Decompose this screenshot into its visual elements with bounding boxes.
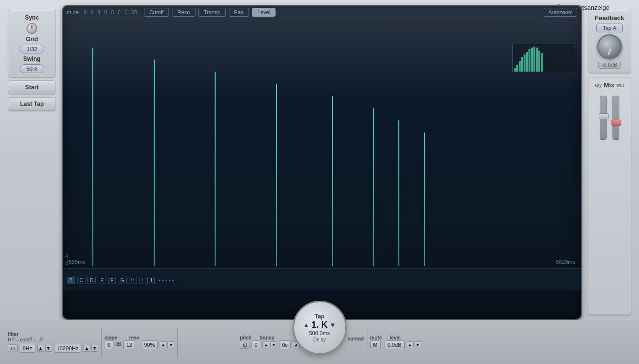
mute-level-col: mute level M 0.0dB ▲ ▼ [370,335,421,349]
tap-label-d[interactable]: D [87,277,96,284]
tab-cutoff[interactable]: Cutoff [144,8,169,17]
timestamp-left: 599ms [69,259,85,265]
wet-slider-thumb[interactable] [611,120,621,126]
tap-line-i[interactable] [424,132,425,266]
autozoom-button[interactable]: Autozoom [544,8,577,17]
tap-label-b[interactable]: B [67,277,75,284]
tap-line-c[interactable] [154,59,155,266]
slope-db-unit: dB [115,341,121,347]
delay-label: Delay [313,337,326,342]
left-panel: Sync Grid 1/32 Swing 50% Start Last Tap [5,5,59,320]
wet-slider-track [612,96,619,140]
feedback-section: Feedback Tap A -6.0dB [588,10,631,73]
tab-pan[interactable]: Pan [229,8,250,17]
lp-stepper: ▲ ▼ [83,345,98,352]
grid-value-button[interactable]: 1/32 [20,45,44,53]
mix-label-row: dry Mix wet [592,81,627,89]
level-up[interactable]: ▲ [407,341,414,348]
filter-power-button[interactable]: ⏻ [8,344,18,352]
mute-m-button[interactable]: M [370,340,381,349]
tap-circle-value: 1. K [311,320,328,330]
level-down[interactable]: ▼ [415,341,421,348]
plugin-area: Sync Grid 1/32 Swing 50% Start Last Tap … [0,0,639,320]
pitch-down[interactable]: ▼ [270,341,277,348]
tab-transp[interactable]: Transp [198,8,226,17]
pitch-header: pitch [240,335,251,340]
tap-line-d[interactable] [215,72,216,266]
tap-lines [67,23,577,266]
reso-up[interactable]: ▲ [160,341,167,348]
slope-val: 12 [123,340,135,349]
pitch-up[interactable]: ▲ [262,341,269,348]
tap-label-c[interactable]: C [77,277,85,284]
tap-label-i[interactable]: I [139,277,145,284]
time-sig: 4 4 [65,253,68,267]
tap-circle[interactable]: Tap ▲ 1. K ▼ 500.0ms Delay [293,301,347,355]
tap-line-g[interactable] [373,108,374,266]
tap-a-button[interactable]: Tap A [596,24,623,32]
tap-label-j[interactable]: J [147,277,155,284]
slope-col: slope reso 6 dB 12 90% ▲ ▼ [105,335,175,349]
sliders-row [600,91,619,140]
tab-level[interactable]: Level [252,8,276,17]
tap-arrow-up[interactable]: ▲ [303,321,309,329]
filter-col: filter HP – cutoff – LP ⏻ 0Hz ▲ ▼ 10200H… [8,332,98,353]
time-sig-bottom: 4 [65,260,68,267]
mute-level-controls: M 0.0dB ▲ ▼ [370,340,421,349]
sync-knob[interactable] [27,23,37,34]
time-sig-top: 4 [65,252,68,260]
mute-header: mute [370,335,382,340]
tab-reso[interactable]: Reso [172,8,195,17]
hp-up[interactable]: ▲ [37,345,44,352]
tap-label-e[interactable]: E [98,277,106,284]
pitch-power-button[interactable]: ⏻ [240,341,250,349]
mute-level-header-row: mute level [370,335,421,340]
filter-hp-lp: HP – cutoff – LP [8,337,98,342]
dry-slider-thumb[interactable] [599,113,609,119]
reso-down[interactable]: ▼ [167,341,174,348]
timestamp-right: 5629ms [556,259,575,265]
tap-line-b[interactable] [92,48,93,266]
main-container: Übersichtsanzeige Sync Grid 1/32 Swing 5… [0,0,639,364]
tap-label-f[interactable]: F [108,277,116,284]
swing-value-button[interactable]: 50% [20,64,44,73]
reso-stepper: ▲ ▼ [160,341,174,348]
main-display: mute 0 0 0 0 0 0 0 00 Cutoff Reso Transp… [62,5,582,320]
slope-controls: 6 dB 12 90% ▲ ▼ [105,340,175,349]
tap-label-g[interactable]: G [118,277,127,284]
mute-indicators: 0 0 0 0 0 0 0 00 [83,10,137,15]
level-header: level [389,335,400,340]
filter-controls: ⏻ 0Hz ▲ ▼ 10200Hz ▲ ▼ [8,344,98,353]
dry-slider-track [600,96,607,140]
swing-label: Swing [23,55,40,62]
mix-dry-label: dry [595,82,602,88]
pitch-val: 0 [251,340,260,349]
tap-line-h[interactable] [398,120,399,266]
transp-header: transp [259,335,275,340]
start-button[interactable]: Start [8,80,56,94]
lp-down[interactable]: ▼ [91,345,98,352]
lp-up[interactable]: ▲ [83,345,90,352]
tap-labels-row: 4 4 B C D E F G H I J • • • • • [63,268,581,290]
right-panel: Feedback Tap A -6.0dB dry Mix wet [585,5,634,320]
hp-value: 0Hz [20,344,35,353]
transp-val: 0c [279,340,291,349]
tap-label-h[interactable]: H [129,277,137,284]
level-val: 0.0dB [385,340,405,349]
slope-header: slope [105,335,117,340]
hp-down[interactable]: ▼ [45,345,52,352]
tap-circle-label: Tap [314,313,324,320]
feedback-knob[interactable] [597,34,622,59]
tap-dots: • • • • • [159,277,174,283]
grid-label: Grid [26,36,38,43]
tap-line-f[interactable] [332,96,333,266]
sync-section: Sync Grid 1/32 Swing 50% [8,10,56,78]
feedback-label: Feedback [595,14,624,22]
reso-header: reso [129,335,139,340]
mute-level-section: mute level M 0.0dB ▲ ▼ [367,328,424,357]
tap-arrow-down[interactable]: ▼ [330,321,336,329]
tap-line-e[interactable] [276,84,277,266]
feedback-db-value: -6.0dB [598,61,621,69]
last-tap-button[interactable]: Last Tap [8,97,56,111]
slope-db-value: 6 [105,340,113,349]
